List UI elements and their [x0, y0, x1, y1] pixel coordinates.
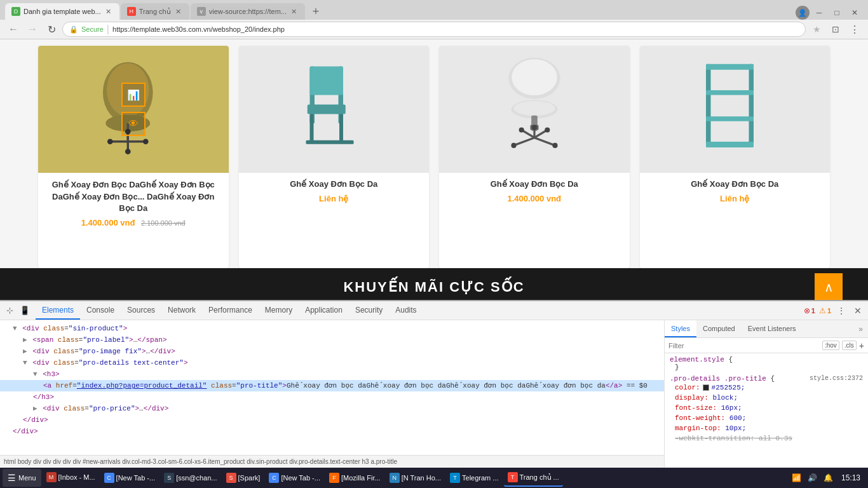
tab-title-1: Danh gia template web...: [24, 8, 101, 15]
style-selector-2: .pro-details .pro-title { style.css:2372: [670, 375, 863, 383]
lock-icon: 🔒: [69, 25, 78, 34]
devtools-actions: ⊗ 1 ⚠ 1 ⋮ ✕: [804, 304, 864, 317]
address-bar[interactable]: 🔒 Secure | https://template.web30s.com.v…: [62, 22, 806, 37]
screenshot-btn[interactable]: ⊡: [827, 21, 844, 37]
warning-badge: ⚠ 1: [819, 306, 831, 315]
product-grid: 📊 👁 Ghế Xoay Đơn Bọc DaGhế Xoay Đơn Bọc …: [0, 39, 868, 268]
taskbar-app-1[interactable]: M [Inbox - M...: [43, 469, 99, 487]
refresh-btn[interactable]: ↻: [43, 21, 60, 37]
taskbar-app-4[interactable]: S [Spark]: [222, 469, 264, 487]
tab-security[interactable]: Security: [349, 301, 389, 320]
product-info-1: Ghế Xoay Đơn Bọc DaGhế Xoay Đơn Bọc DaGh…: [38, 173, 229, 234]
eye-icon[interactable]: 👁: [121, 112, 146, 136]
taskbar-app-6[interactable]: F [Mozilla Fir...: [325, 469, 384, 487]
svg-rect-13: [308, 105, 346, 114]
close-btn[interactable]: ✕: [846, 6, 863, 19]
tree-line-1[interactable]: ▼ <div class="sin-product">: [0, 323, 664, 334]
tab-performance[interactable]: Performance: [202, 301, 259, 320]
taskbar-app-label-4: [Spark]: [238, 474, 261, 482]
tree-line-10[interactable]: </div>: [0, 426, 664, 437]
new-tab-button[interactable]: +: [308, 3, 324, 20]
styles-tab-expand[interactable]: »: [853, 325, 868, 334]
user-icon[interactable]: 👤: [796, 6, 810, 20]
browser-window: D Danh gia template web... ✕ H Trang chủ…: [0, 0, 868, 488]
tab-network[interactable]: Network: [161, 301, 202, 320]
taskbar-app-8[interactable]: T Telegram ...: [446, 469, 502, 487]
tree-line-5[interactable]: ▼ <h3>: [0, 369, 664, 380]
forward-btn[interactable]: →: [24, 21, 41, 37]
tree-toggle-2: ▶: [23, 336, 27, 344]
tab-close-3[interactable]: ✕: [290, 7, 299, 16]
tab-favicon-3: v: [197, 7, 206, 16]
styles-filter-bar: :hov .cls +: [665, 338, 868, 353]
taskbar-app-2[interactable]: C [New Tab -...: [100, 469, 159, 487]
dt-more-btn[interactable]: ⋮: [835, 304, 848, 317]
taskbar-app-label-3: [ssn@chan...: [176, 474, 217, 482]
svg-rect-33: [706, 64, 711, 147]
tab-sources[interactable]: Sources: [121, 301, 161, 320]
tab-3[interactable]: v view-source:https://tem... ✕: [191, 3, 305, 20]
taskbar-app-3[interactable]: S [ssn@chan...: [160, 469, 220, 487]
style-source-2[interactable]: style.css:2372: [810, 375, 863, 383]
tree-toggle-8: ▶: [33, 405, 37, 412]
maximize-btn[interactable]: □: [829, 6, 845, 19]
price-old-1: 2.100.000 vnđ: [141, 219, 186, 227]
minimize-btn[interactable]: ─: [811, 6, 827, 19]
volume-sys-icon[interactable]: 🔊: [806, 473, 819, 482]
tree-line-4[interactable]: ▼ <div class="pro-details text-center">: [0, 357, 664, 369]
taskbar-app-9[interactable]: T Trang chủ ...: [504, 469, 563, 487]
add-class-btn[interactable]: .cls: [842, 341, 857, 350]
styles-tab-computed[interactable]: Computed: [696, 320, 742, 337]
tree-line-9[interactable]: </div>: [0, 414, 664, 426]
tree-line-2[interactable]: ▶ <span class="pro-label">…</span>: [0, 334, 664, 346]
tab-close-1[interactable]: ✕: [104, 7, 113, 16]
svg-point-18: [512, 60, 557, 96]
product-price-3: 1.400.000 vnđ: [445, 193, 623, 204]
devtools-toolbar: ⊹ 📱 Elements Console Sources Network Per…: [0, 301, 868, 320]
tree-line-7[interactable]: </h3>: [0, 391, 664, 403]
inspect-icon[interactable]: ⊹: [4, 305, 15, 316]
price-contact-4: Liên hệ: [720, 194, 749, 203]
device-icon[interactable]: 📱: [19, 305, 31, 316]
styles-tabs: Styles Computed Event Listeners »: [665, 320, 868, 338]
svg-rect-15: [339, 114, 343, 143]
styles-filter-input[interactable]: [668, 342, 820, 349]
bookmark-btn[interactable]: ★: [808, 21, 825, 37]
svg-rect-37: [706, 117, 754, 122]
tab-console[interactable]: Console: [80, 301, 121, 320]
svg-rect-12: [310, 67, 344, 95]
add-style-btn[interactable]: +: [859, 341, 864, 351]
tab-1[interactable]: D Danh gia template web... ✕: [5, 3, 119, 20]
breadcrumb-bar: html body div div div div div #new-arriv…: [0, 455, 664, 468]
tab-close-2[interactable]: ✕: [174, 7, 183, 16]
chart-icon[interactable]: 📊: [121, 83, 146, 107]
product-info-2: Ghế Xoay Đơn Bọc Da Liên hệ: [239, 173, 430, 210]
svg-point-32: [532, 125, 537, 130]
taskbar-app-5[interactable]: C [New Tab -...: [265, 469, 324, 487]
styles-tab-event-listeners[interactable]: Event Listeners: [742, 320, 803, 337]
tab-2[interactable]: H Trang chủ ✕: [121, 3, 189, 20]
scroll-top-btn[interactable]: ∧: [815, 273, 843, 300]
style-prop-fontsize: font-size: 16px;: [670, 403, 863, 413]
tree-line-selected[interactable]: <a href="index.php?page=product_detail" …: [0, 380, 664, 391]
notification-sys-icon[interactable]: 🔔: [822, 473, 835, 482]
pseudo-states-btn[interactable]: :hov: [822, 341, 839, 350]
svg-point-30: [519, 128, 524, 133]
tab-audits[interactable]: Audits: [389, 301, 423, 320]
tree-line-3[interactable]: ▶ <div class="pro-image fix">…</div>: [0, 346, 664, 357]
back-btn[interactable]: ←: [5, 21, 22, 37]
network-sys-icon[interactable]: 📶: [790, 473, 803, 482]
taskbar-app-7[interactable]: N [N Tran Ho...: [386, 469, 445, 487]
start-label: Menu: [18, 474, 36, 482]
start-btn[interactable]: ☰ Menu: [3, 469, 41, 487]
tab-memory[interactable]: Memory: [259, 301, 299, 320]
warning-count: 1: [827, 307, 831, 315]
dt-close-btn[interactable]: ✕: [851, 304, 864, 317]
price-contact-2: Liên hệ: [319, 194, 348, 203]
styles-tab-styles[interactable]: Styles: [665, 320, 696, 337]
product-price-1: 1.400.000 vnđ 2.100.000 vnđ: [44, 218, 222, 227]
tree-line-8[interactable]: ▶ <div class="pro-price">…</div>: [0, 403, 664, 414]
tab-application[interactable]: Application: [299, 301, 349, 320]
menu-btn[interactable]: ⋮: [846, 21, 863, 37]
tab-elements[interactable]: Elements: [36, 301, 80, 320]
